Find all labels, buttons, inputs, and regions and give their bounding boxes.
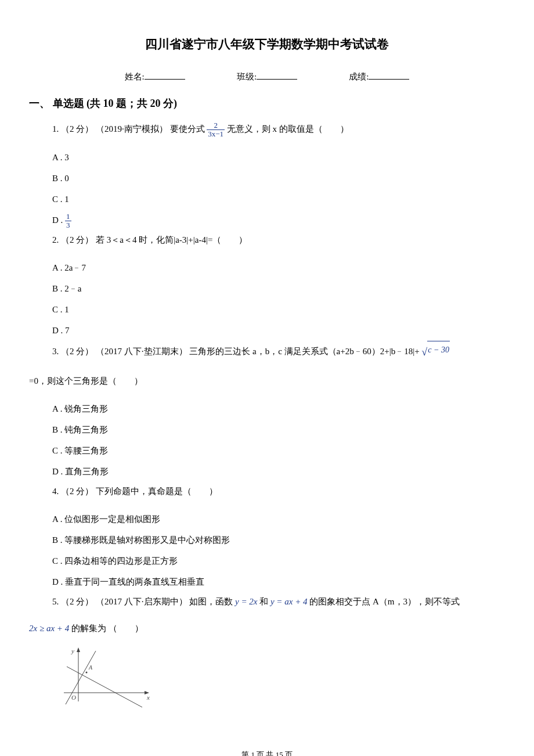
- svg-text:O: O: [71, 694, 76, 701]
- score-blank: [369, 69, 409, 80]
- q5-stem-mid1: 和: [259, 597, 270, 606]
- q3-option-b: B . 钝角三角形: [52, 419, 505, 440]
- page-footer: 第 1 页 共 15 页: [29, 749, 505, 756]
- q1-d-num: 1: [65, 213, 71, 221]
- q2-option-a: A . 2a﹣7: [52, 257, 505, 278]
- class-field: 班级:: [237, 69, 297, 84]
- q5-stem-end: 的解集为 （ ）: [71, 624, 143, 633]
- q3-option-c: C . 等腰三角形: [52, 440, 505, 461]
- question-2: 2. （2 分） 若 3＜a＜4 时，化简|a-3|+|a-4|=（ ）: [29, 231, 505, 249]
- q1-options: A . 3 B . 0 C . 1 D . 1 3: [29, 147, 505, 231]
- q2-options: A . 2a﹣7 B . 2﹣a C . 1 D . 7: [29, 257, 505, 341]
- q1-option-d: D . 1 3: [52, 210, 505, 231]
- q1-option-b: B . 0: [52, 168, 505, 189]
- q1-stem-post: 无意义，则 x 的取值是（ ）: [227, 124, 349, 134]
- q2-option-c: C . 1: [52, 299, 505, 320]
- q1-option-a: A . 3: [52, 147, 505, 168]
- name-field: 姓名:: [125, 69, 185, 84]
- svg-text:A: A: [88, 664, 93, 671]
- svg-line-7: [66, 651, 96, 704]
- q3-stem-line2: =0，则这个三角形是（ ）: [29, 372, 505, 390]
- q3-sqrt-content: c − 30: [427, 341, 450, 359]
- q5-stem-line2: 2x ≥ ax + 4 的解集为 （ ）: [29, 619, 505, 638]
- q3-option-d: D . 直角三角形: [52, 461, 505, 482]
- q1-fraction: 2 3x−1: [207, 121, 225, 139]
- q5-expr2: y = ax + 4: [270, 597, 308, 606]
- name-blank: [145, 69, 185, 80]
- question-5: 5. （2 分） （2017 八下·启东期中） 如图，函数 y = 2x 和 y…: [29, 592, 505, 611]
- class-blank: [257, 69, 297, 80]
- score-label: 成绩:: [349, 70, 369, 84]
- q1-option-c: C . 1: [52, 189, 505, 210]
- exam-title: 四川省遂宁市八年级下学期数学期中考试试卷: [29, 35, 505, 55]
- q3-options: A . 锐角三角形 B . 钝角三角形 C . 等腰三角形 D . 直角三角形: [29, 398, 505, 482]
- name-label: 姓名:: [125, 70, 145, 84]
- q1-frac-den: 3x−1: [207, 130, 225, 138]
- sqrt-icon: √ c − 30: [421, 341, 450, 363]
- q1-stem-pre: 1. （2 分） （2019·南宁模拟） 要使分式: [52, 124, 207, 134]
- q5-expr1: y = 2x: [235, 597, 257, 606]
- q5-stem-pre: 5. （2 分） （2017 八下·启东期中） 如图，函数: [52, 597, 235, 606]
- question-3: 3. （2 分） （2017 八下·垫江期末） 三角形的三边长 a，b，c 满足…: [29, 341, 505, 363]
- sqrt-sign: √: [421, 341, 427, 363]
- q5-expr3: 2x ≥ ax + 4: [29, 624, 69, 633]
- score-field: 成绩:: [349, 69, 409, 84]
- q5-stem-mid2: 的图象相交于点 A（m，3），则不等式: [309, 597, 460, 606]
- q2-option-d: D . 7: [52, 320, 505, 341]
- q3-option-a: A . 锐角三角形: [52, 398, 505, 419]
- svg-point-10: [86, 671, 88, 673]
- q1-d-fraction: 1 3: [65, 213, 71, 230]
- section-1-header: 一、 单选题 (共 10 题；共 20 分): [29, 95, 505, 112]
- q4-option-d: D . 垂直于同一直线的两条直线互相垂直: [52, 571, 505, 592]
- q3-stem-pre: 3. （2 分） （2017 八下·垫江期末） 三角形的三边长 a，b，c 满足…: [52, 347, 421, 356]
- q1-d-pre: D .: [52, 215, 65, 225]
- line-graph-icon: O y x A: [61, 646, 154, 710]
- q4-option-a: A . 位似图形一定是相似图形: [52, 509, 505, 530]
- svg-text:y: y: [71, 647, 74, 654]
- svg-text:x: x: [146, 694, 150, 701]
- q4-option-b: B . 等腰梯形既是轴对称图形又是中心对称图形: [52, 530, 505, 550]
- question-4: 4. （2 分） 下列命题中，真命题是（ ）: [29, 482, 505, 501]
- q1-frac-num: 2: [207, 121, 225, 130]
- q1-d-den: 3: [65, 221, 71, 229]
- q4-options: A . 位似图形一定是相似图形 B . 等腰梯形既是轴对称图形又是中心对称图形 …: [29, 509, 505, 592]
- q5-graph: O y x A: [61, 646, 505, 714]
- svg-marker-1: [77, 647, 80, 652]
- student-info-row: 姓名: 班级: 成绩:: [29, 69, 505, 84]
- q2-option-b: B . 2﹣a: [52, 278, 505, 299]
- class-label: 班级:: [237, 70, 257, 84]
- q4-option-c: C . 四条边相等的四边形是正方形: [52, 550, 505, 571]
- question-1: 1. （2 分） （2019·南宁模拟） 要使分式 2 3x−1 无意义，则 x…: [29, 120, 505, 138]
